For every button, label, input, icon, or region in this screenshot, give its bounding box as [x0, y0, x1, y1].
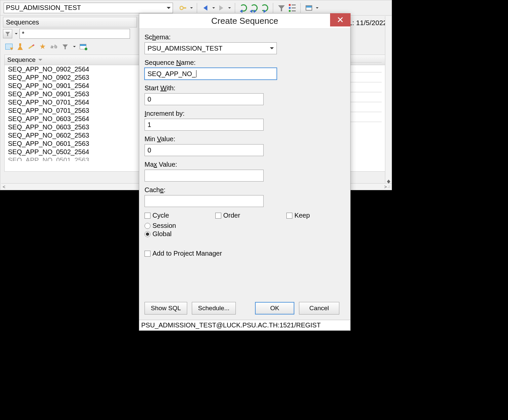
sequence-name-field[interactable]: SEQ_APP_NO_ [145, 68, 277, 80]
order-checkbox[interactable]: Order [215, 212, 240, 219]
ok-button[interactable]: OK [255, 302, 294, 315]
dialog-buttons: Show SQL Schedule... OK Cancel [139, 297, 350, 320]
edit-icon[interactable] [27, 43, 35, 51]
dialog-title-bar: Create Sequence ✕ [139, 14, 350, 29]
radio-icon [145, 231, 150, 237]
checkbox-icon [145, 251, 150, 257]
create-icon[interactable] [16, 43, 24, 51]
min-value-field[interactable]: 0 [145, 144, 264, 156]
order-label: Order [223, 212, 240, 219]
dropdown-icon[interactable] [228, 7, 231, 9]
schema-field-value: PSU_ADMISSION_TEST [148, 45, 223, 52]
forward-arrow-icon[interactable] [217, 4, 226, 12]
sequence-column-label: Sequence [7, 56, 36, 63]
session-radio[interactable]: Session [145, 222, 345, 230]
cycle-checkbox[interactable]: Cycle [145, 212, 169, 219]
keep-label: Keep [294, 212, 310, 219]
checkbox-icon [145, 213, 150, 219]
separator [300, 3, 301, 13]
cycle-label: Cycle [152, 212, 169, 219]
checkbox-icon [215, 213, 221, 219]
close-icon: ✕ [337, 15, 344, 25]
back-arrow-icon[interactable] [201, 4, 210, 12]
separator [235, 3, 235, 13]
text-cursor [196, 70, 196, 77]
chevron-down-icon [167, 7, 171, 9]
chevron-down-icon [270, 47, 274, 49]
filter-button[interactable] [3, 29, 12, 38]
dialog-body: Schema: PSU_ADMISSION_TEST Sequence Name… [139, 29, 350, 297]
filter-icon[interactable] [277, 4, 286, 12]
sequences-panel-label: Sequences [3, 17, 137, 27]
svg-point-0 [180, 6, 183, 10]
close-button[interactable]: ✕ [330, 13, 351, 26]
sort-icon [38, 59, 42, 61]
rename-icon[interactable]: a·b [50, 43, 58, 51]
max-value-field[interactable] [145, 170, 264, 182]
dialog-status-bar: PSU_ADMISSION_TEST@LUCK.PSU.AC.TH:1521/R… [139, 320, 350, 330]
add-to-project-label: Add to Project Manager [152, 250, 222, 257]
list-view-icon[interactable] [288, 4, 296, 12]
dropdown-icon[interactable] [15, 33, 18, 34]
increment-field[interactable]: 1 [145, 119, 264, 131]
favorite-icon[interactable]: ★ [39, 43, 47, 51]
increment-value: 1 [148, 121, 151, 129]
cache-label: Cache: [145, 186, 345, 194]
show-sql-button[interactable]: Show SQL [145, 302, 187, 315]
refresh-icon[interactable] [239, 4, 248, 12]
schema-label: Schema: [145, 33, 345, 41]
schema-dropdown[interactable]: PSU_ADMISSION_TEST [4, 3, 173, 13]
filter-input[interactable] [20, 29, 130, 39]
separator [197, 3, 197, 13]
grid-data-icon[interactable] [79, 43, 87, 51]
svg-rect-1 [183, 7, 186, 9]
dropdown-icon[interactable] [190, 7, 193, 9]
sequence-name-value: SEQ_APP_NO_ [148, 70, 196, 78]
radio-icon [145, 223, 150, 229]
min-value-label: Min Value: [145, 135, 345, 143]
start-with-field[interactable]: 0 [145, 93, 264, 105]
grid-lines-right [349, 53, 382, 122]
dropdown-icon[interactable] [73, 46, 76, 47]
global-radio[interactable]: Global [145, 230, 345, 238]
separator [273, 3, 273, 13]
key-icon[interactable] [179, 4, 188, 12]
schema-field[interactable]: PSU_ADMISSION_TEST [145, 42, 277, 54]
dialog-title: Create Sequence [211, 16, 278, 26]
global-label: Global [152, 230, 172, 238]
create-sequence-dialog: Create Sequence ✕ Schema: PSU_ADMISSION_… [139, 13, 351, 331]
schedule-button[interactable]: Schedule... [192, 302, 236, 315]
increment-label: Increment by: [145, 110, 345, 117]
start-with-value: 0 [148, 96, 151, 103]
cache-field[interactable] [145, 195, 264, 207]
max-value-label: Max Value: [145, 161, 345, 168]
cancel-button[interactable]: Cancel [299, 302, 339, 315]
dropdown-icon[interactable] [316, 7, 318, 9]
session-label: Session [152, 222, 176, 230]
schema-dropdown-value: PSU_ADMISSION_TEST [6, 4, 81, 12]
refresh-one-icon[interactable] [260, 4, 269, 12]
min-value-value: 0 [148, 147, 151, 154]
vertical-scrollbar[interactable] [385, 16, 392, 183]
toolbar-icons [179, 3, 318, 13]
refresh-all-icon[interactable] [250, 4, 258, 12]
start-with-label: Start With: [145, 84, 345, 92]
sequence-name-label: Sequence Name: [145, 59, 345, 66]
checkbox-icon [286, 213, 292, 219]
add-to-project-checkbox[interactable]: Add to Project Manager [145, 250, 345, 257]
view-options-icon[interactable] [305, 4, 313, 12]
view-sql-icon[interactable] [5, 43, 13, 51]
filter-icon[interactable] [61, 43, 69, 51]
dropdown-icon[interactable] [212, 7, 215, 9]
keep-checkbox[interactable]: Keep [286, 212, 310, 219]
